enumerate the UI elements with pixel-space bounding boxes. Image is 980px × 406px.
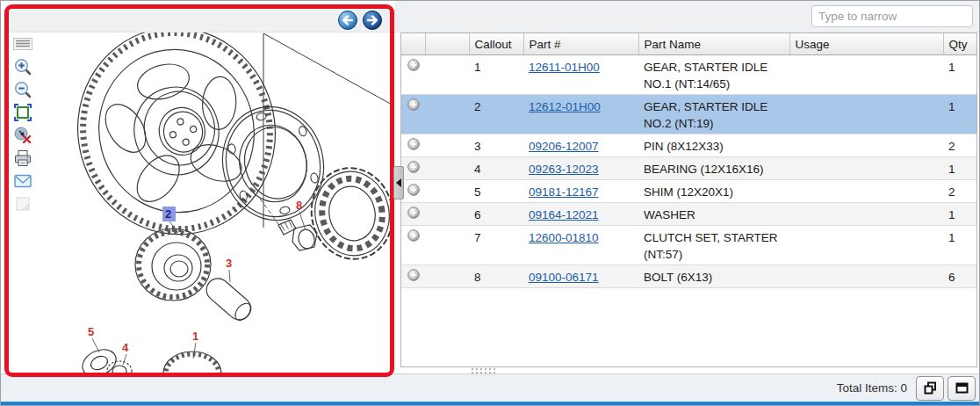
blank-cell xyxy=(425,265,469,288)
forward-button[interactable] xyxy=(362,10,383,31)
qty-cell: 2 xyxy=(943,180,976,203)
table-row[interactable]: 609164-12021WASHER1 xyxy=(401,203,976,226)
callout-cell: 4 xyxy=(469,157,523,180)
col-expand[interactable] xyxy=(401,33,425,55)
diagram-callout-4[interactable]: 4 xyxy=(122,341,129,354)
blank-cell xyxy=(425,95,469,134)
zoom-in-button[interactable] xyxy=(13,57,32,76)
search-input[interactable] xyxy=(811,5,973,27)
diagram-callout-2[interactable]: 2 xyxy=(165,207,171,221)
expand-row-icon[interactable] xyxy=(407,98,420,111)
table-row[interactable]: 809100-06171BOLT (6X13)6 xyxy=(401,265,976,288)
collapse-panel-handle[interactable] xyxy=(393,166,404,199)
expand-row-icon[interactable] xyxy=(407,207,420,219)
status-bar: Total Items: 0 xyxy=(1,373,979,402)
expand-row-icon[interactable] xyxy=(407,138,420,150)
part-number-link[interactable]: 09263-12023 xyxy=(529,163,599,176)
window-layout-button[interactable] xyxy=(948,376,976,401)
qty-cell: 1 xyxy=(943,157,976,180)
expand-row-icon[interactable] xyxy=(407,161,420,173)
part-shim xyxy=(78,344,120,373)
part-number-link[interactable]: 12600-01810 xyxy=(529,231,599,244)
table-row[interactable]: 212612-01H00GEAR, STARTER IDLE NO.2 (NT:… xyxy=(401,95,976,134)
table-row[interactable]: 309206-12007PIN (8X12X33)2 xyxy=(401,134,976,157)
qty-cell: 6 xyxy=(943,265,976,288)
expand-row-icon[interactable] xyxy=(407,59,420,71)
usage-cell xyxy=(789,134,943,157)
part-name-cell: BOLT (6X13) xyxy=(638,265,789,288)
diagram-canvas[interactable]: 2 3 8 5 4 1 xyxy=(9,9,390,373)
table-row[interactable]: 712600-01810CLUTCH SET, STARTER (NT:57)1 xyxy=(401,226,976,265)
cascade-windows-button[interactable] xyxy=(916,376,944,401)
part-gear-small xyxy=(135,228,211,301)
part-pin xyxy=(202,274,256,325)
col-usage[interactable]: Usage xyxy=(789,33,943,55)
expand-row-icon[interactable] xyxy=(407,184,420,196)
callout-cell: 6 xyxy=(469,203,523,226)
parts-table: Callout Part # Part Name Usage Qty 11261… xyxy=(401,33,976,288)
diagram-callout-1[interactable]: 1 xyxy=(192,330,198,343)
diagram-callout-8[interactable]: 8 xyxy=(296,199,302,212)
part-number-link[interactable]: 09164-12021 xyxy=(529,208,599,221)
diagram-callout-5[interactable]: 5 xyxy=(88,325,94,338)
part-number-link[interactable]: 09206-12007 xyxy=(529,140,599,153)
print-button[interactable] xyxy=(13,149,32,168)
table-row[interactable]: 112611-01H00GEAR, STARTER IDLE NO.1 (NT:… xyxy=(401,55,976,95)
col-blank[interactable] xyxy=(425,33,469,55)
zoom-region-button[interactable] xyxy=(13,103,32,122)
zoom-in-icon xyxy=(13,57,32,76)
part-number-link[interactable]: 09100-06171 xyxy=(529,271,599,284)
callout-cell: 7 xyxy=(469,226,523,265)
part-number-link[interactable]: 12612-01H00 xyxy=(529,100,601,113)
qty-cell: 1 xyxy=(943,226,976,265)
usage-cell xyxy=(789,55,943,95)
plus-icon xyxy=(407,98,420,111)
part-number-link[interactable]: 09181-12167 xyxy=(529,185,599,199)
back-button[interactable] xyxy=(337,10,358,31)
col-callout[interactable]: Callout xyxy=(469,33,523,55)
usage-cell xyxy=(789,180,943,203)
qty-cell: 2 xyxy=(943,134,976,157)
callout-cell: 2 xyxy=(469,95,523,134)
email-button[interactable] xyxy=(13,171,32,191)
qty-cell: 1 xyxy=(943,95,976,134)
app-window: 2 3 8 5 4 1 Callout Part # Part Nam xyxy=(0,0,980,406)
table-row[interactable]: 509181-12167SHIM (12X20X1)2 xyxy=(401,180,976,203)
print-icon xyxy=(13,149,32,168)
plus-icon xyxy=(407,207,420,219)
part-flange-ring xyxy=(211,96,335,231)
collapse-arrow-icon xyxy=(396,178,401,187)
plus-icon xyxy=(407,229,420,242)
part-clutch xyxy=(303,161,390,267)
callout-cell: 5 xyxy=(469,180,523,203)
cancel-zoom-button[interactable] xyxy=(13,126,32,145)
part-gear-large xyxy=(54,9,298,257)
part-name-cell: GEAR, STARTER IDLE NO.2 (NT:19) xyxy=(638,95,789,134)
diagram-callout-3[interactable]: 3 xyxy=(226,257,232,270)
grip-lines-icon xyxy=(13,38,32,50)
callout-cell: 1 xyxy=(469,55,523,95)
usage-cell xyxy=(789,203,943,226)
col-part-number[interactable]: Part # xyxy=(523,33,638,55)
blank-cell xyxy=(425,157,469,180)
arrow-left-icon xyxy=(337,10,358,31)
toolbar-grip[interactable] xyxy=(13,34,32,54)
col-qty[interactable]: Qty xyxy=(943,33,976,55)
plus-icon xyxy=(407,161,420,173)
col-part-name[interactable]: Part Name xyxy=(638,33,789,55)
window-icon xyxy=(955,381,969,395)
part-name-cell: WASHER xyxy=(638,203,789,226)
part-number-link[interactable]: 12611-01H00 xyxy=(529,61,600,74)
blank-cell xyxy=(425,180,469,203)
zoom-out-button[interactable] xyxy=(13,80,32,99)
part-name-cell: BEARING (12X16X16) xyxy=(638,157,789,180)
expand-row-icon[interactable] xyxy=(407,269,420,281)
zoom-region-icon xyxy=(13,103,32,122)
part-name-cell: CLUTCH SET, STARTER (NT:57) xyxy=(638,226,789,265)
resize-button[interactable] xyxy=(13,194,32,214)
email-icon xyxy=(13,171,32,191)
expand-row-icon[interactable] xyxy=(407,229,420,242)
part-name-cell: SHIM (12X20X1) xyxy=(638,180,789,203)
page-nav xyxy=(337,10,383,31)
table-row[interactable]: 409263-12023BEARING (12X16X16)1 xyxy=(401,157,976,180)
